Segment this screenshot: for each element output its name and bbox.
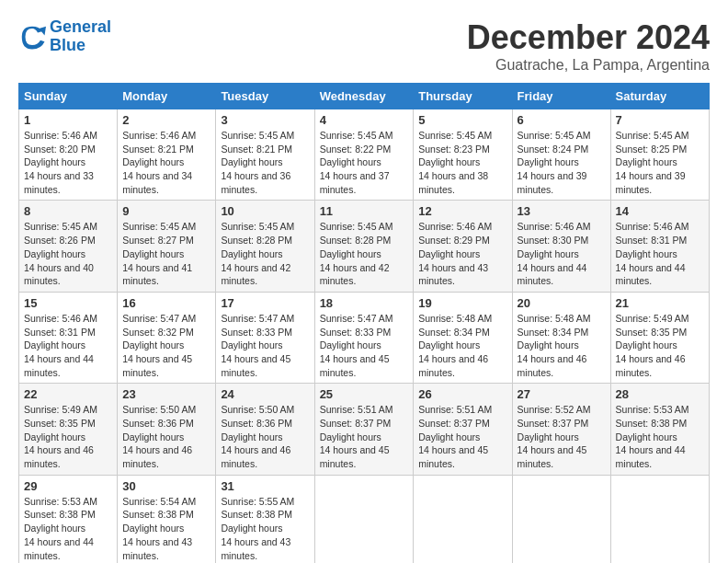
day-number: 7: [616, 113, 704, 127]
day-info: Sunrise: 5:49 AM Sunset: 8:35 PM Dayligh…: [616, 312, 704, 379]
table-row: 18 Sunrise: 5:47 AM Sunset: 8:33 PM Dayl…: [314, 292, 414, 383]
table-row: 20 Sunrise: 5:48 AM Sunset: 8:34 PM Dayl…: [512, 292, 610, 383]
table-row: 10 Sunrise: 5:45 AM Sunset: 8:28 PM Dayl…: [216, 201, 314, 292]
day-number: 4: [320, 113, 409, 127]
day-info: Sunrise: 5:45 AM Sunset: 8:23 PM Dayligh…: [418, 129, 506, 196]
day-number: 18: [320, 296, 409, 310]
table-row: 4 Sunrise: 5:45 AM Sunset: 8:22 PM Dayli…: [314, 109, 414, 201]
day-number: 11: [320, 204, 409, 218]
day-number: 15: [24, 296, 112, 310]
calendar-week-row: 8 Sunrise: 5:45 AM Sunset: 8:26 PM Dayli…: [19, 201, 710, 292]
day-number: 24: [221, 387, 309, 401]
location-title: Guatrache, La Pampa, Argentina: [467, 57, 710, 74]
table-row: 22 Sunrise: 5:49 AM Sunset: 8:35 PM Dayl…: [19, 384, 118, 475]
day-number: 29: [24, 479, 112, 493]
table-row: [610, 475, 709, 563]
day-number: 22: [24, 387, 112, 401]
table-row: 26 Sunrise: 5:51 AM Sunset: 8:37 PM Dayl…: [414, 384, 512, 475]
table-row: 7 Sunrise: 5:45 AM Sunset: 8:25 PM Dayli…: [610, 109, 709, 201]
day-number: 8: [24, 204, 112, 218]
day-number: 23: [122, 387, 210, 401]
title-section: December 2024 Guatrache, La Pampa, Argen…: [467, 18, 710, 74]
calendar-header-row: Sunday Monday Tuesday Wednesday Thursday…: [19, 84, 710, 109]
day-info: Sunrise: 5:46 AM Sunset: 8:31 PM Dayligh…: [24, 312, 112, 379]
table-row: 2 Sunrise: 5:46 AM Sunset: 8:21 PM Dayli…: [118, 109, 216, 201]
day-number: 25: [320, 387, 409, 401]
day-info: Sunrise: 5:53 AM Sunset: 8:38 PM Dayligh…: [24, 495, 112, 562]
table-row: 16 Sunrise: 5:47 AM Sunset: 8:32 PM Dayl…: [118, 292, 216, 383]
table-row: 27 Sunrise: 5:52 AM Sunset: 8:37 PM Dayl…: [512, 384, 610, 475]
col-saturday: Saturday: [610, 84, 709, 109]
col-tuesday: Tuesday: [216, 84, 314, 109]
day-number: 6: [518, 113, 606, 127]
logo-icon: [18, 23, 46, 51]
table-row: 24 Sunrise: 5:50 AM Sunset: 8:36 PM Dayl…: [216, 384, 314, 475]
day-number: 26: [418, 387, 506, 401]
day-info: Sunrise: 5:52 AM Sunset: 8:37 PM Dayligh…: [518, 403, 606, 470]
day-number: 12: [418, 204, 506, 218]
day-info: Sunrise: 5:45 AM Sunset: 8:24 PM Dayligh…: [518, 129, 606, 196]
day-number: 1: [24, 113, 112, 127]
day-info: Sunrise: 5:49 AM Sunset: 8:35 PM Dayligh…: [24, 403, 112, 470]
table-row: 23 Sunrise: 5:50 AM Sunset: 8:36 PM Dayl…: [118, 384, 216, 475]
day-number: 2: [122, 113, 210, 127]
day-number: 21: [616, 296, 704, 310]
day-number: 16: [122, 296, 210, 310]
table-row: [314, 475, 414, 563]
day-number: 14: [616, 204, 704, 218]
table-row: 21 Sunrise: 5:49 AM Sunset: 8:35 PM Dayl…: [610, 292, 709, 383]
day-number: 20: [518, 296, 606, 310]
day-info: Sunrise: 5:51 AM Sunset: 8:37 PM Dayligh…: [320, 403, 409, 470]
table-row: 9 Sunrise: 5:45 AM Sunset: 8:27 PM Dayli…: [118, 201, 216, 292]
table-row: 11 Sunrise: 5:45 AM Sunset: 8:28 PM Dayl…: [314, 201, 414, 292]
col-thursday: Thursday: [414, 84, 512, 109]
day-info: Sunrise: 5:48 AM Sunset: 8:34 PM Dayligh…: [418, 312, 506, 379]
day-info: Sunrise: 5:50 AM Sunset: 8:36 PM Dayligh…: [122, 403, 210, 470]
calendar-week-row: 15 Sunrise: 5:46 AM Sunset: 8:31 PM Dayl…: [19, 292, 710, 383]
day-info: Sunrise: 5:55 AM Sunset: 8:38 PM Dayligh…: [221, 495, 309, 562]
day-number: 30: [122, 479, 210, 493]
col-monday: Monday: [118, 84, 216, 109]
table-row: 3 Sunrise: 5:45 AM Sunset: 8:21 PM Dayli…: [216, 109, 314, 201]
day-info: Sunrise: 5:47 AM Sunset: 8:33 PM Dayligh…: [320, 312, 409, 379]
month-title: December 2024: [467, 18, 710, 57]
day-info: Sunrise: 5:48 AM Sunset: 8:34 PM Dayligh…: [518, 312, 606, 379]
table-row: 1 Sunrise: 5:46 AM Sunset: 8:20 PM Dayli…: [19, 109, 118, 201]
logo: General Blue: [18, 18, 111, 55]
day-number: 10: [221, 204, 309, 218]
table-row: 31 Sunrise: 5:55 AM Sunset: 8:38 PM Dayl…: [216, 475, 314, 563]
calendar-week-row: 29 Sunrise: 5:53 AM Sunset: 8:38 PM Dayl…: [19, 475, 710, 563]
day-info: Sunrise: 5:45 AM Sunset: 8:21 PM Dayligh…: [221, 129, 309, 196]
table-row: 8 Sunrise: 5:45 AM Sunset: 8:26 PM Dayli…: [19, 201, 118, 292]
day-number: 13: [518, 204, 606, 218]
day-info: Sunrise: 5:47 AM Sunset: 8:33 PM Dayligh…: [221, 312, 309, 379]
table-row: [512, 475, 610, 563]
day-info: Sunrise: 5:51 AM Sunset: 8:37 PM Dayligh…: [418, 403, 506, 470]
day-info: Sunrise: 5:46 AM Sunset: 8:30 PM Dayligh…: [518, 220, 606, 287]
table-row: 17 Sunrise: 5:47 AM Sunset: 8:33 PM Dayl…: [216, 292, 314, 383]
table-row: 12 Sunrise: 5:46 AM Sunset: 8:29 PM Dayl…: [414, 201, 512, 292]
day-info: Sunrise: 5:45 AM Sunset: 8:27 PM Dayligh…: [122, 220, 210, 287]
day-info: Sunrise: 5:46 AM Sunset: 8:31 PM Dayligh…: [616, 220, 704, 287]
day-info: Sunrise: 5:46 AM Sunset: 8:20 PM Dayligh…: [24, 129, 112, 196]
table-row: 28 Sunrise: 5:53 AM Sunset: 8:38 PM Dayl…: [610, 384, 709, 475]
day-number: 28: [616, 387, 704, 401]
calendar-week-row: 22 Sunrise: 5:49 AM Sunset: 8:35 PM Dayl…: [19, 384, 710, 475]
day-info: Sunrise: 5:45 AM Sunset: 8:28 PM Dayligh…: [320, 220, 409, 287]
table-row: 14 Sunrise: 5:46 AM Sunset: 8:31 PM Dayl…: [610, 201, 709, 292]
day-number: 9: [122, 204, 210, 218]
day-number: 5: [418, 113, 506, 127]
day-info: Sunrise: 5:54 AM Sunset: 8:38 PM Dayligh…: [122, 495, 210, 562]
day-number: 31: [221, 479, 309, 493]
day-info: Sunrise: 5:47 AM Sunset: 8:32 PM Dayligh…: [122, 312, 210, 379]
day-number: 3: [221, 113, 309, 127]
day-info: Sunrise: 5:46 AM Sunset: 8:29 PM Dayligh…: [418, 220, 506, 287]
table-row: 30 Sunrise: 5:54 AM Sunset: 8:38 PM Dayl…: [118, 475, 216, 563]
day-info: Sunrise: 5:45 AM Sunset: 8:28 PM Dayligh…: [221, 220, 309, 287]
day-info: Sunrise: 5:46 AM Sunset: 8:21 PM Dayligh…: [122, 129, 210, 196]
day-number: 17: [221, 296, 309, 310]
col-sunday: Sunday: [19, 84, 118, 109]
table-row: 25 Sunrise: 5:51 AM Sunset: 8:37 PM Dayl…: [314, 384, 414, 475]
table-row: 19 Sunrise: 5:48 AM Sunset: 8:34 PM Dayl…: [414, 292, 512, 383]
logo-text: General Blue: [50, 18, 111, 55]
